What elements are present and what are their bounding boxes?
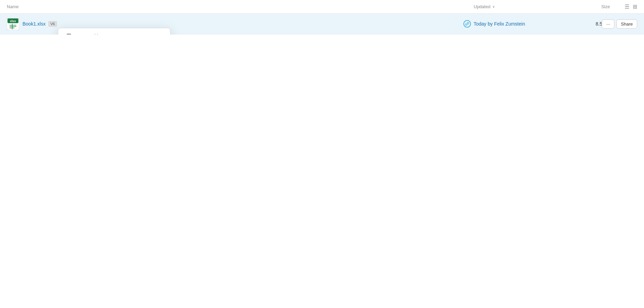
col-name-header: Name [7,4,474,9]
col-size-header: Size [569,4,610,9]
open-with-arrow-icon: › [162,34,163,34]
link-icon[interactable] [463,20,471,28]
file-name-area: Book1.xlsx V6 [22,21,463,27]
file-updated-by: Today by Felix Zumstein [474,21,569,27]
updated-sort-chevron-icon: ∨ [492,5,495,9]
file-name[interactable]: Book1.xlsx [22,21,46,27]
col-actions-header: ☰ ⊞ [610,3,637,10]
file-row: xlsx Book1.xlsx V6 Today by Felix Zumste… [0,14,644,34]
list-view-icon[interactable]: ☰ [625,3,629,10]
svg-text:xlsx: xlsx [10,19,16,23]
file-icon: xlsx [7,18,19,30]
open-with-icon [65,32,73,34]
context-menu: Open with... › Share › [58,28,170,34]
more-button[interactable]: ··· [602,19,614,29]
version-badge: V6 [48,21,57,27]
menu-label-open-with: Open with... [77,33,157,34]
grid-view-icon[interactable]: ⊞ [633,3,637,10]
menu-item-open-with[interactable]: Open with... › [58,28,170,34]
table-header: Name Updated ∨ Size ☰ ⊞ [0,0,644,14]
file-action-buttons: ··· Share [610,19,637,29]
svg-rect-7 [67,34,71,34]
col-updated-header[interactable]: Updated ∨ [474,4,569,9]
share-button[interactable]: Share [616,19,637,29]
